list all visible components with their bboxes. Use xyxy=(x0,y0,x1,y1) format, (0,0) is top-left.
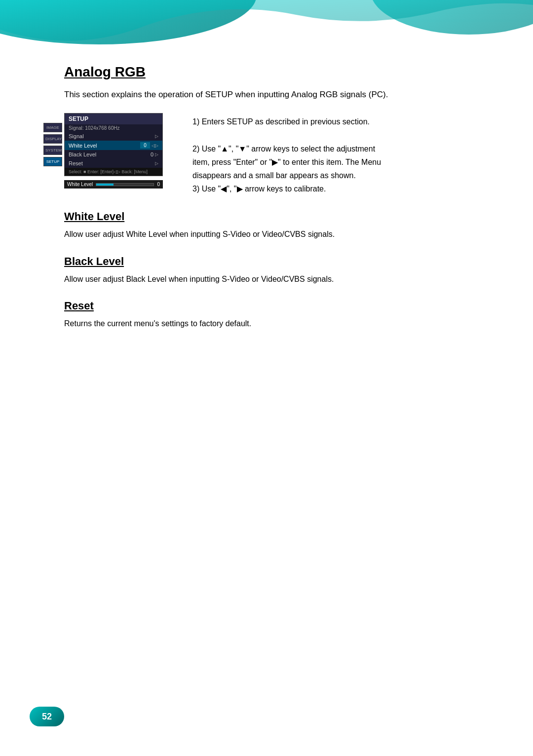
white-level-section: White Level Allow user adjust White Leve… xyxy=(64,210,484,241)
step-2-line2: item, press "Enter" or "▶" to enter this… xyxy=(192,155,484,169)
wl-bar-track xyxy=(96,183,154,186)
black-level-desc: Allow user adjust Black Level when input… xyxy=(64,273,484,286)
osd-arrow-reset: ▷ xyxy=(155,161,158,166)
osd-row-white-level: White Level 0 ◁▷ xyxy=(65,141,162,150)
reset-section: Reset Returns the current menu's setting… xyxy=(64,300,484,330)
osd-arrows-white: ◁▷ xyxy=(152,143,158,148)
reset-title: Reset xyxy=(64,300,484,312)
page-number: 52 xyxy=(30,707,64,726)
osd-row-signal: Signal ▷ xyxy=(65,132,162,141)
osd-label-reset: Reset xyxy=(69,160,83,166)
osd-value-box-white: 0 xyxy=(140,142,150,149)
osd-signal: Signal: 1024x768 60Hz xyxy=(65,124,162,132)
side-tab-setup: SETUP xyxy=(43,157,62,166)
osd-arrow-black: ▷ xyxy=(155,152,158,157)
osd-side-tabs: IMAGE DISPLAY SYSTEM SETUP xyxy=(43,123,62,166)
wl-bar-value: 0 xyxy=(157,182,160,187)
osd-container: SETUP Signal: 1024x768 60Hz Signal ▷ Whi… xyxy=(64,113,173,189)
step-1: 1) Enters SETUP as described in previous… xyxy=(192,115,484,128)
step-2-line3: disappears and a small bar appears as sh… xyxy=(192,169,484,182)
osd-value-white-level: 0 ◁▷ xyxy=(140,142,158,149)
osd-row-reset: Reset ▷ xyxy=(65,159,162,168)
side-tab-image: IMAGE xyxy=(43,123,62,132)
osd-menu-title: SETUP xyxy=(65,113,162,124)
osd-label-black-level: Black Level xyxy=(69,151,96,157)
step-2-line1: 2) Use "▲", "▼" arrow keys to select the… xyxy=(192,142,484,155)
osd-sidebar: IMAGE DISPLAY SYSTEM SETUP SETUP Signal:… xyxy=(64,113,173,189)
black-level-section: Black Level Allow user adjust Black Leve… xyxy=(64,255,484,286)
steps-column: 1) Enters SETUP as described in previous… xyxy=(192,113,484,195)
osd-footer-text: Select: ■ Enter: [Enter]◁▷ Back: [Menu] xyxy=(69,169,148,174)
main-content: Analog RGB This section explains the ope… xyxy=(0,0,533,393)
black-level-title: Black Level xyxy=(64,255,484,268)
osd-label-white-level: White Level xyxy=(69,143,97,149)
osd-menu: SETUP Signal: 1024x768 60Hz Signal ▷ Whi… xyxy=(64,113,163,176)
wl-bar-fill xyxy=(96,184,114,186)
osd-column: IMAGE DISPLAY SYSTEM SETUP SETUP Signal:… xyxy=(64,113,173,189)
steps-text: 1) Enters SETUP as described in previous… xyxy=(192,115,484,195)
two-col-layout: IMAGE DISPLAY SYSTEM SETUP SETUP Signal:… xyxy=(64,113,484,195)
analog-rgb-title: Analog RGB xyxy=(64,64,484,80)
osd-value-black: 0 xyxy=(151,151,153,157)
side-tab-display: DISPLAY xyxy=(43,134,62,144)
white-level-title: White Level xyxy=(64,210,484,223)
wl-bar-label: White Level xyxy=(67,182,93,187)
white-level-bar: White Level 0 xyxy=(64,180,163,189)
osd-footer: Select: ■ Enter: [Enter]◁▷ Back: [Menu] xyxy=(65,168,162,176)
side-tab-system: SYSTEM xyxy=(43,146,62,155)
osd-arrow-signal: ▷ xyxy=(155,134,158,139)
reset-desc: Returns the current menu's settings to f… xyxy=(64,317,484,330)
osd-label-signal: Signal xyxy=(69,133,84,139)
osd-row-black-level: Black Level 0 ▷ xyxy=(65,150,162,159)
osd-value-black-level: 0 ▷ xyxy=(151,151,158,157)
step-3: 3) Use "◀", "▶ arrow keys to calibrate. xyxy=(192,182,484,195)
white-level-desc: Allow user adjust White Level when input… xyxy=(64,228,484,241)
analog-rgb-intro: This section explains the operation of S… xyxy=(64,88,484,101)
